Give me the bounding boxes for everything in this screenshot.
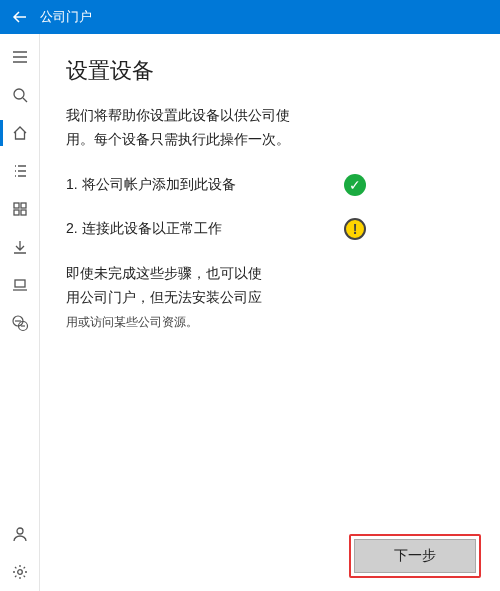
svg-rect-1 xyxy=(14,203,19,208)
sidebar-item-account[interactable] xyxy=(0,515,40,553)
sidebar-item-categories[interactable] xyxy=(0,190,40,228)
grid-icon xyxy=(12,201,28,217)
download-icon xyxy=(12,239,28,255)
chat-icon xyxy=(11,314,29,332)
sidebar-item-downloads[interactable] xyxy=(0,228,40,266)
svg-point-0 xyxy=(14,89,24,99)
step-1-label: 1. 将公司帐户添加到此设备 xyxy=(66,176,236,194)
sidebar-item-apps[interactable] xyxy=(0,152,40,190)
person-icon xyxy=(12,526,28,542)
back-arrow-icon xyxy=(12,9,28,25)
sidebar-item-search[interactable] xyxy=(0,76,40,114)
svg-point-8 xyxy=(17,528,23,534)
svg-point-9 xyxy=(17,570,22,575)
step-2-label: 2. 连接此设备以正常工作 xyxy=(66,220,222,238)
svg-rect-5 xyxy=(15,280,25,287)
note-line2: 用公司门户，但无法安装公司应 xyxy=(66,290,262,305)
laptop-icon xyxy=(12,277,28,293)
step-2: 2. 连接此设备以正常工作 ! xyxy=(66,218,366,240)
intro-text: 我们将帮助你设置此设备以供公司使用。每个设备只需执行此操作一次。 xyxy=(66,104,316,152)
sidebar xyxy=(0,34,40,591)
next-button[interactable]: 下一步 xyxy=(354,539,476,573)
page-title: 设置设备 xyxy=(66,56,460,86)
gear-icon xyxy=(12,564,28,580)
setup-steps: 1. 将公司帐户添加到此设备 ✓ 2. 连接此设备以正常工作 ! xyxy=(66,174,366,240)
hamburger-icon xyxy=(12,49,28,65)
note-line1: 即使未完成这些步骤，也可以使 xyxy=(66,266,262,281)
svg-rect-3 xyxy=(14,210,19,215)
note-text: 即使未完成这些步骤，也可以使 用公司门户，但无法安装公司应 用或访问某些公司资源… xyxy=(66,262,316,335)
svg-rect-2 xyxy=(21,203,26,208)
warning-circle-icon: ! xyxy=(344,218,366,240)
app-title: 公司门户 xyxy=(40,8,92,26)
sidebar-item-support[interactable] xyxy=(0,304,40,342)
check-circle-icon: ✓ xyxy=(344,174,366,196)
sidebar-item-devices[interactable] xyxy=(0,266,40,304)
main-content: 设置设备 我们将帮助你设置此设备以供公司使用。每个设备只需执行此操作一次。 1.… xyxy=(40,34,500,591)
sidebar-item-menu[interactable] xyxy=(0,38,40,76)
list-icon xyxy=(12,163,28,179)
step-1: 1. 将公司帐户添加到此设备 ✓ xyxy=(66,174,366,196)
back-button[interactable] xyxy=(8,9,32,25)
svg-rect-4 xyxy=(21,210,26,215)
home-icon xyxy=(12,125,28,141)
sidebar-item-settings[interactable] xyxy=(0,553,40,591)
search-icon xyxy=(12,87,28,103)
sidebar-item-home[interactable] xyxy=(0,114,40,152)
note-small: 用或访问某些公司资源。 xyxy=(66,315,198,329)
